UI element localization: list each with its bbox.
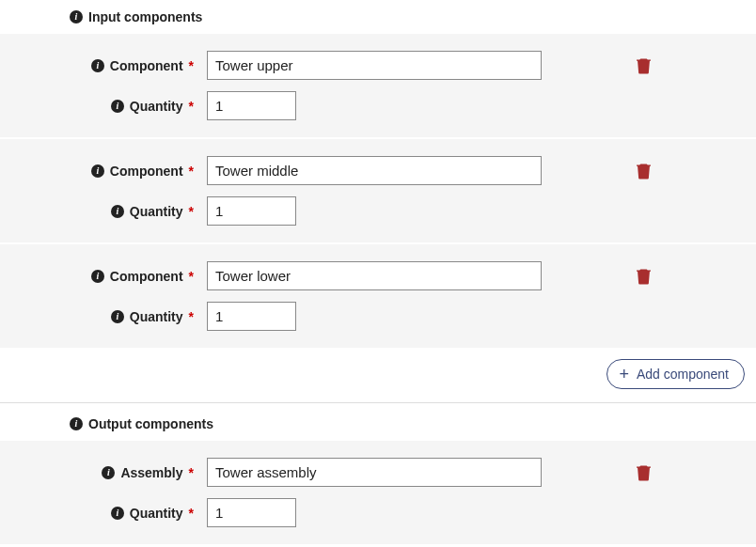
- info-icon: i: [70, 417, 83, 430]
- input-row: i Component * i Quantity *: [0, 244, 756, 348]
- quantity-label-cell: i Quantity *: [0, 204, 207, 219]
- info-icon: i: [91, 164, 104, 178]
- required-asterisk: *: [189, 269, 194, 284]
- assembly-label: Assembly: [120, 465, 182, 480]
- required-asterisk: *: [189, 164, 194, 179]
- quantity-label-cell: i Quantity *: [0, 309, 207, 324]
- plus-icon: +: [619, 366, 629, 383]
- info-icon: i: [91, 59, 104, 72]
- quantity-label-cell: i Quantity *: [0, 99, 207, 114]
- quantity-input[interactable]: [207, 196, 296, 226]
- info-icon: i: [111, 100, 124, 113]
- assembly-input[interactable]: [207, 458, 542, 487]
- trash-icon[interactable]: [637, 57, 651, 74]
- info-icon: i: [91, 270, 104, 283]
- info-icon: i: [102, 466, 115, 479]
- info-icon: i: [111, 205, 124, 218]
- component-label-cell: i Component *: [0, 269, 207, 284]
- required-asterisk: *: [189, 465, 194, 480]
- required-asterisk: *: [189, 506, 194, 521]
- output-section-title: Output components: [88, 416, 213, 431]
- component-input[interactable]: [207, 51, 542, 80]
- output-row: i Assembly * i Quantity *: [0, 441, 756, 544]
- quantity-label: Quantity: [130, 99, 183, 114]
- info-icon: i: [70, 10, 83, 23]
- component-label: Component: [110, 164, 183, 179]
- trash-icon[interactable]: [637, 464, 651, 481]
- required-asterisk: *: [189, 204, 194, 219]
- component-label: Component: [110, 58, 183, 73]
- add-component-button[interactable]: + Add component: [606, 359, 745, 389]
- component-label-cell: i Component *: [0, 164, 207, 179]
- quantity-label: Quantity: [130, 309, 183, 324]
- component-label: Component: [110, 269, 183, 284]
- component-input[interactable]: [207, 156, 542, 185]
- input-row: i Component * i Quantity *: [0, 139, 756, 242]
- component-label-cell: i Component *: [0, 58, 207, 73]
- quantity-label-cell: i Quantity *: [0, 506, 207, 521]
- assembly-label-cell: i Assembly *: [0, 465, 207, 480]
- required-asterisk: *: [189, 99, 194, 114]
- quantity-input[interactable]: [207, 302, 296, 331]
- quantity-label: Quantity: [130, 506, 183, 521]
- quantity-label: Quantity: [130, 204, 183, 219]
- required-asterisk: *: [189, 58, 194, 73]
- info-icon: i: [111, 310, 124, 323]
- input-components-header: i Input components: [0, 0, 756, 34]
- output-components-header: i Output components: [0, 407, 756, 441]
- trash-icon[interactable]: [637, 268, 651, 285]
- required-asterisk: *: [189, 309, 194, 324]
- input-section-title: Input components: [88, 9, 202, 24]
- trash-icon[interactable]: [637, 163, 651, 180]
- quantity-input[interactable]: [207, 498, 296, 527]
- section-divider: [0, 402, 756, 403]
- quantity-input[interactable]: [207, 91, 296, 120]
- component-input[interactable]: [207, 261, 542, 290]
- add-component-label: Add component: [637, 367, 729, 382]
- info-icon: i: [111, 507, 124, 520]
- input-row: i Component * i Quantity *: [0, 34, 756, 137]
